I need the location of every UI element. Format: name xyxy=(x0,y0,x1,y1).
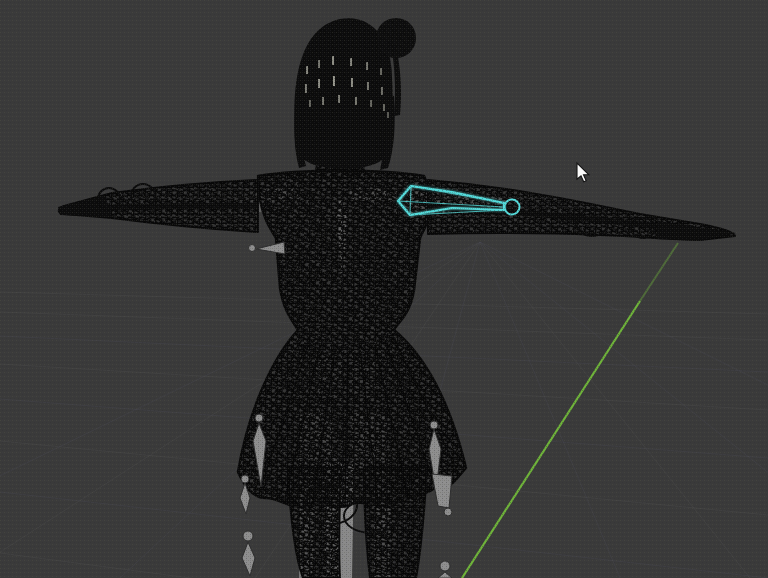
viewport-canvas[interactable] xyxy=(0,0,768,578)
dither-overlay xyxy=(0,0,768,578)
3d-viewport[interactable] xyxy=(0,0,768,578)
